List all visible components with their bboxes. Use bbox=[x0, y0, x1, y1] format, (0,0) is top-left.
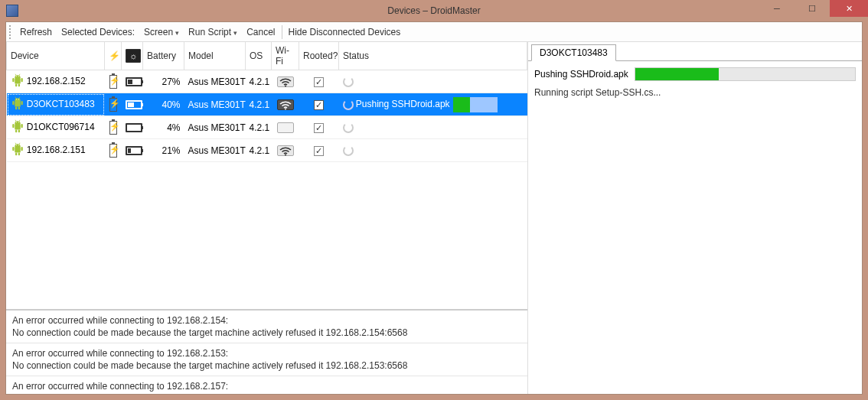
svg-rect-12 bbox=[21, 101, 22, 105]
col-charging[interactable]: ⚡ bbox=[105, 42, 122, 70]
svg-point-38 bbox=[285, 154, 286, 155]
android-icon bbox=[11, 73, 24, 90]
svg-rect-30 bbox=[12, 147, 14, 151]
wifi-icon bbox=[277, 99, 294, 110]
svg-point-17 bbox=[15, 99, 16, 99]
svg-rect-22 bbox=[21, 124, 22, 128]
rooted-checkbox[interactable] bbox=[314, 77, 324, 87]
svg-point-27 bbox=[15, 122, 16, 122]
battery-pct: 21% bbox=[143, 139, 184, 162]
rooted-checkbox[interactable] bbox=[314, 123, 324, 133]
svg-rect-10 bbox=[15, 101, 21, 107]
spinner-icon bbox=[343, 122, 354, 133]
os-version: 4.2.1 bbox=[246, 139, 272, 162]
table-row[interactable]: D3OKCT10348340%Asus ME301T4.2.1 Pushing … bbox=[7, 93, 527, 116]
run-script-dropdown[interactable]: Run Script bbox=[184, 24, 242, 40]
device-name: 192.168.2.151 bbox=[27, 145, 86, 155]
close-button[interactable]: ✕ bbox=[830, 0, 868, 17]
table-row[interactable]: 192.168.2.15227%Asus ME301T4.2.1 bbox=[7, 70, 527, 93]
push-progress bbox=[635, 67, 856, 81]
col-wifi[interactable]: Wi-Fi bbox=[272, 42, 299, 70]
rooted-checkbox[interactable] bbox=[314, 146, 324, 156]
svg-line-6 bbox=[18, 74, 19, 76]
log-entry: An error occurred while connecting to 19… bbox=[6, 343, 527, 376]
rooted-checkbox[interactable] bbox=[314, 100, 324, 110]
status-cell bbox=[339, 116, 527, 139]
svg-line-25 bbox=[15, 120, 16, 122]
svg-rect-32 bbox=[15, 153, 17, 156]
wifi-icon bbox=[277, 122, 294, 133]
device-name: D1OKCT096714 bbox=[27, 122, 95, 132]
svg-rect-2 bbox=[21, 78, 22, 82]
col-brightness[interactable]: ☼ bbox=[122, 42, 143, 70]
col-device[interactable]: Device bbox=[7, 42, 105, 70]
svg-rect-23 bbox=[15, 130, 17, 133]
svg-rect-24 bbox=[18, 130, 19, 133]
svg-rect-29 bbox=[15, 147, 21, 153]
svg-rect-31 bbox=[21, 147, 22, 151]
svg-rect-11 bbox=[12, 101, 14, 105]
battery-pct: 4% bbox=[143, 116, 184, 139]
mini-progress bbox=[453, 97, 498, 112]
selected-devices-label: Selected Devices: bbox=[57, 24, 139, 40]
hide-disconnected-button[interactable]: Hide Disconnected Devices bbox=[284, 24, 406, 40]
battery-icon bbox=[126, 100, 142, 109]
android-icon bbox=[11, 119, 24, 136]
os-version: 4.2.1 bbox=[246, 116, 272, 139]
spinner-icon bbox=[343, 145, 354, 156]
titlebar[interactable]: Devices – DroidMaster ─ ☐ ✕ bbox=[0, 0, 868, 21]
device-name: 192.168.2.152 bbox=[27, 76, 86, 86]
status-cell bbox=[339, 70, 527, 93]
svg-point-37 bbox=[18, 145, 18, 145]
os-version: 4.2.1 bbox=[246, 70, 272, 93]
spinner-icon bbox=[343, 99, 354, 110]
detail-tab[interactable]: D3OKCT103483 bbox=[531, 44, 616, 61]
svg-rect-4 bbox=[18, 84, 19, 87]
col-model[interactable]: Model bbox=[184, 42, 246, 70]
cancel-button[interactable]: Cancel bbox=[242, 24, 279, 40]
svg-point-19 bbox=[285, 108, 286, 109]
svg-point-9 bbox=[285, 85, 286, 86]
log-pane[interactable]: An error occurred while connecting to 19… bbox=[6, 310, 527, 394]
svg-point-18 bbox=[18, 99, 18, 99]
push-label: Pushing SSHDroid.apk bbox=[534, 69, 628, 80]
battery-icon bbox=[126, 123, 142, 132]
svg-point-28 bbox=[18, 122, 18, 122]
wifi-icon bbox=[277, 145, 294, 156]
table-row[interactable]: 192.168.2.15121%Asus ME301T4.2.1 bbox=[7, 139, 527, 162]
col-status[interactable]: Status bbox=[339, 42, 527, 70]
svg-rect-3 bbox=[15, 84, 17, 87]
toolbar-separator bbox=[282, 25, 282, 39]
os-version: 4.2.1 bbox=[246, 93, 272, 116]
charging-icon bbox=[109, 144, 117, 158]
status-cell: Pushing SSHDroid.apk bbox=[339, 93, 527, 116]
android-icon bbox=[11, 141, 24, 159]
app-icon bbox=[6, 5, 18, 17]
model: Asus ME301T bbox=[184, 116, 246, 139]
svg-line-15 bbox=[15, 97, 16, 99]
svg-line-35 bbox=[18, 143, 19, 145]
model: Asus ME301T bbox=[184, 70, 246, 93]
table-row[interactable]: D1OKCT0967144%Asus ME301T4.2.1 bbox=[7, 116, 527, 139]
toolbar: Refresh Selected Devices: Screen Run Scr… bbox=[6, 22, 862, 42]
svg-rect-21 bbox=[12, 124, 14, 128]
svg-rect-1 bbox=[12, 78, 14, 82]
minimize-button[interactable]: ─ bbox=[759, 0, 795, 17]
col-battery[interactable]: Battery bbox=[143, 42, 184, 70]
svg-point-7 bbox=[15, 76, 16, 76]
col-os[interactable]: OS bbox=[246, 42, 272, 70]
devices-table[interactable]: Device ⚡ ☼ Battery Model OS Wi-Fi Rooted… bbox=[6, 42, 527, 162]
maximize-button[interactable]: ☐ bbox=[795, 0, 830, 17]
detail-tabstrip: D3OKCT103483 bbox=[528, 42, 862, 60]
svg-rect-20 bbox=[15, 124, 21, 130]
charging-icon bbox=[109, 98, 117, 112]
window-title: Devices – DroidMaster bbox=[387, 5, 480, 16]
svg-rect-13 bbox=[15, 107, 17, 110]
spinner-icon bbox=[343, 76, 354, 87]
refresh-button[interactable]: Refresh bbox=[15, 24, 57, 40]
svg-line-34 bbox=[15, 143, 16, 145]
log-entry: An error occurred while connecting to 19… bbox=[6, 376, 527, 394]
col-rooted[interactable]: Rooted? bbox=[299, 42, 339, 70]
screen-dropdown[interactable]: Screen bbox=[139, 24, 184, 40]
device-name: D3OKCT103483 bbox=[27, 99, 95, 109]
